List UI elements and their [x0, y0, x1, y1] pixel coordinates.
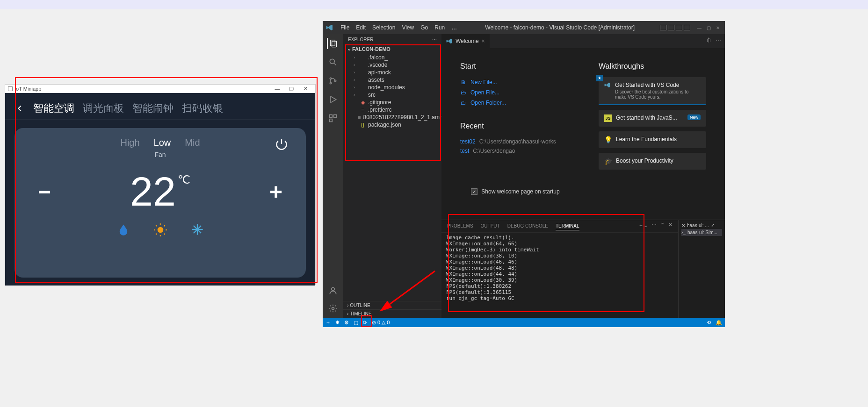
panel-more-icon[interactable]: ⋯	[651, 222, 657, 230]
status-feedback-icon[interactable]: ⟲	[707, 320, 711, 326]
run-debug-icon[interactable]	[327, 94, 339, 105]
walkthrough-card[interactable]: 💡Learn the Fundamentals	[599, 131, 706, 148]
layout-icon-2[interactable]	[668, 25, 674, 30]
tree-item[interactable]: ◆.gitignore	[350, 99, 441, 106]
vscode-logo-icon	[326, 23, 334, 32]
recent-item[interactable]: test02C:\Users\dongao\haasui-works	[460, 137, 571, 146]
split-editor-icon[interactable]: ⫛	[706, 37, 712, 45]
tree-item[interactable]: ≡8080251822789980.1_2_1.amr	[350, 114, 441, 121]
explorer-icon[interactable]	[327, 38, 338, 49]
terminal-item-1[interactable]: ✕haas-ui: ...✓	[681, 222, 722, 229]
temperature-value: 22	[130, 168, 176, 215]
link-label: New File...	[470, 79, 497, 86]
extensions-icon[interactable]	[327, 113, 339, 124]
panel-tab-debug[interactable]: DEBUG CONSOLE	[507, 222, 548, 230]
tab-more-icon[interactable]: ⋯	[716, 37, 721, 45]
mode-cool-icon[interactable]	[191, 223, 204, 237]
status-item[interactable]: ＋	[326, 319, 331, 326]
tree-item[interactable]: ›api-mock	[350, 69, 441, 76]
search-icon[interactable]	[327, 57, 339, 68]
start-link[interactable]: 🗀Open Folder...	[460, 98, 571, 108]
walk-desc: Discover the best customizations to make…	[615, 89, 701, 100]
walkthrough-card[interactable]: ★Get Started with VS CodeDiscover the be…	[599, 77, 706, 105]
iot-titlebar[interactable]: IoT Miniapp — ▢ ✕	[5, 85, 315, 93]
menu-go[interactable]: Go	[418, 23, 431, 32]
tree-item[interactable]: ›assets	[350, 76, 441, 84]
menu-selection[interactable]: Selection	[369, 23, 398, 32]
svg-point-18	[330, 82, 331, 84]
tab-close-button[interactable]: ×	[482, 38, 485, 44]
status-item[interactable]: ⚙	[344, 320, 349, 326]
mode-humidity-icon[interactable]	[117, 223, 130, 237]
outline-header[interactable]: ›OUTLINE	[343, 301, 441, 309]
panel-tab-terminal[interactable]: TERMINAL	[556, 222, 579, 230]
status-item[interactable]: ⟳	[363, 320, 367, 326]
temp-plus-button[interactable]: +	[269, 179, 282, 205]
svg-line-8	[164, 225, 165, 226]
win-maximize-button[interactable]: ▢	[704, 23, 713, 32]
panel-maximize-icon[interactable]: ⌃	[660, 222, 665, 230]
panel-tab-output[interactable]: OUTPUT	[481, 222, 500, 230]
layout-icon-3[interactable]	[676, 25, 682, 30]
vscode-window: File Edit Selection View Go Run … Welcom…	[323, 21, 725, 327]
recent-item[interactable]: testC:\Users\dongao	[460, 146, 571, 156]
fan-mid[interactable]: Mid	[185, 137, 200, 148]
tab-welcome[interactable]: Welcome ×	[441, 34, 490, 48]
file-icon: {}	[360, 122, 366, 128]
menu-file[interactable]: File	[338, 23, 352, 32]
iot-close-button[interactable]: ✕	[298, 86, 312, 92]
start-link[interactable]: 🗎New File...	[460, 77, 571, 87]
status-problems[interactable]: ⊘ 0 △ 0	[372, 320, 390, 326]
fan-high[interactable]: High	[120, 137, 139, 148]
explorer-more-icon[interactable]: ⋯	[432, 37, 437, 42]
tree-item[interactable]: ›src	[350, 91, 441, 99]
iot-body: 智能空调 调光面板 智能闹钟 扫码收银 High Low Mid Fan − 2…	[5, 93, 315, 286]
checkbox-checked-icon[interactable]: ✓	[471, 188, 477, 195]
iot-tab-ac[interactable]: 智能空调	[33, 101, 74, 115]
panel-close-icon[interactable]: ✕	[668, 222, 673, 230]
source-control-icon[interactable]	[327, 75, 339, 86]
timeline-header[interactable]: ›TIMELINE	[343, 309, 441, 318]
tree-item[interactable]: ›node_modules	[350, 84, 441, 91]
power-icon[interactable]	[275, 137, 288, 150]
start-link[interactable]: 🗁Open File...	[460, 87, 571, 98]
iot-minimize-button[interactable]: —	[270, 86, 284, 92]
menu-run[interactable]: Run	[432, 23, 448, 32]
menu-edit[interactable]: Edit	[353, 23, 369, 32]
tree-item-label: .vscode	[368, 62, 387, 68]
panel-tab-problems[interactable]: PROBLEMS	[447, 222, 473, 230]
tree-item[interactable]: ›.vscode	[350, 61, 441, 69]
layout-icon-4[interactable]	[684, 25, 690, 30]
walkthrough-card[interactable]: JSGet started with JavaS...New	[599, 110, 706, 127]
iot-tab-pos[interactable]: 扫码收银	[182, 101, 223, 115]
folder-root[interactable]: ⌄ FALCON-DEMO	[343, 45, 441, 53]
startup-checkbox-row[interactable]: ✓ Show welcome page on startup	[460, 188, 571, 195]
panel-add-icon[interactable]: ＋⌄	[638, 222, 648, 230]
walkthrough-card[interactable]: 🎓Boost your Productivity	[599, 153, 706, 170]
tree-item[interactable]: ›.falcon_	[350, 54, 441, 61]
file-icon: ≡	[358, 114, 361, 120]
terminal-output[interactable]: Image cache result(1). WXImage::onLoad(6…	[441, 233, 678, 318]
vscode-titlebar[interactable]: File Edit Selection View Go Run … Welcom…	[323, 21, 725, 34]
iot-maximize-button[interactable]: ▢	[284, 86, 298, 92]
status-bell-icon[interactable]: 🔔	[716, 320, 722, 326]
temp-minus-button[interactable]: −	[38, 179, 51, 205]
win-close-button[interactable]: ✕	[714, 23, 722, 32]
menu-more[interactable]: …	[448, 23, 460, 32]
layout-icon-1[interactable]	[660, 25, 666, 30]
tree-item[interactable]: {}package.json	[350, 121, 441, 129]
menu-view[interactable]: View	[399, 23, 417, 32]
back-arrow-icon[interactable]	[14, 103, 25, 114]
tree-item[interactable]: ≡.prettierrc	[350, 106, 441, 114]
status-item[interactable]: ✱	[335, 320, 340, 326]
win-minimize-button[interactable]: —	[695, 23, 703, 32]
mode-heat-icon[interactable]	[153, 223, 167, 237]
terminal-item-2[interactable]: ›_haas-ui: Sim...	[681, 229, 722, 236]
settings-gear-icon[interactable]	[327, 303, 339, 314]
recent-heading: Recent	[460, 122, 571, 130]
status-item[interactable]: ▢	[354, 320, 358, 326]
fan-low[interactable]: Low	[154, 137, 171, 148]
iot-tab-alarm[interactable]: 智能闹钟	[132, 101, 174, 115]
iot-tab-dimmer[interactable]: 调光面板	[83, 101, 124, 115]
account-icon[interactable]	[327, 285, 339, 296]
